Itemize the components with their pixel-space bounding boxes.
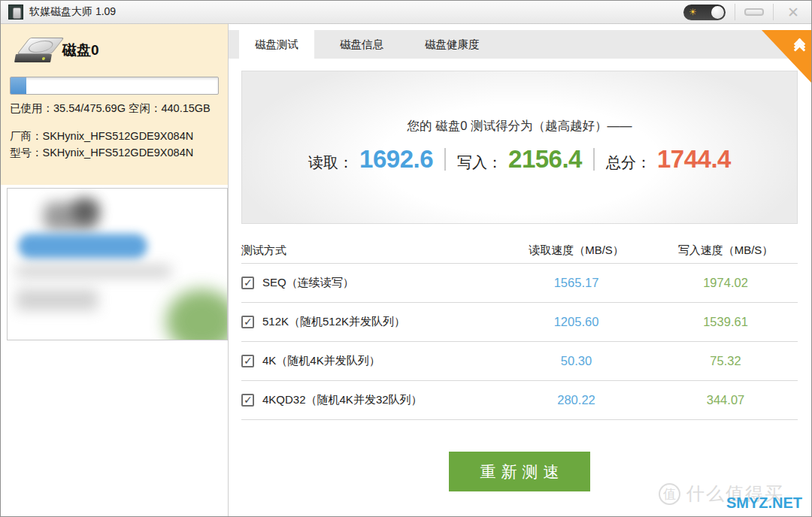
watermark-badge-icon: 值 [659,483,680,505]
read-speed: 50.30 [499,354,653,368]
score-line: 读取： 1692.6 写入： 2156.4 总分： 1744.4 [242,145,797,174]
blurred-blob [166,289,228,340]
test-label: 512K（随机512K并发队列） [262,315,405,329]
read-speed: 1205.60 [499,315,653,329]
write-speed: 1539.61 [653,315,798,329]
titlebar-divider [773,4,774,20]
blurred-blob [18,234,147,258]
table-row: 4K（随机4K并发队列） 50.30 75.32 [241,342,798,380]
close-button[interactable]: ✕ [783,5,804,20]
write-speed: 344.07 [653,393,798,407]
blurred-blob [72,198,99,223]
blurred-blob [17,289,98,310]
checkbox-seq[interactable] [241,277,254,289]
hard-drive-icon [13,35,52,66]
row-divider [241,419,798,420]
table-row: 4KQD32（随机4K并发32队列） 280.22 344.07 [241,381,798,419]
test-results-table: 测试方式 读取速度（MB/S） 写入速度（MB/S） SEQ（连续读写） 156… [241,237,798,420]
tab-strip: 磁盘测试 磁盘信息 磁盘健康度 [229,30,811,59]
read-score-label: 读取： [308,153,353,173]
retest-button[interactable]: 重新测速 [449,452,590,491]
test-label: SEQ（连续读写） [262,276,354,290]
watermark-site: SMYZ.NET [726,494,802,512]
column-header-read: 读取速度（MB/S） [499,243,653,258]
score-divider [593,148,595,171]
disk-vendor: 厂商：SKHynix_HFS512GDE9X084N [10,128,219,144]
disk-name: 磁盘0 [62,41,99,60]
write-speed: 1974.02 [653,276,798,290]
score-panel: 您的 磁盘0 测试得分为（越高越好）—— 读取： 1692.6 写入： 2156… [241,71,798,224]
main-area: 磁盘测试 磁盘信息 磁盘健康度 您的 磁盘0 测试得分为（越高越好）—— 读取：… [229,24,811,516]
column-header-write: 写入速度（MB/S） [653,243,798,258]
double-chevron-up-icon [795,40,804,49]
titlebar-divider [735,4,735,20]
tab-disk-health[interactable]: 磁盘健康度 [409,30,495,59]
table-header-row: 测试方式 读取速度（MB/S） 写入速度（MB/S） [241,237,798,263]
disk-progress-fill [11,77,26,94]
column-header-method: 测试方式 [241,243,499,258]
blurred-blob [17,265,171,277]
test-label: 4K（随机4K并发队列） [262,354,380,368]
sidebar: 磁盘0 已使用：35.54/475.69G 空闲：440.15GB 厂商：SKH… [1,24,229,516]
app-title: 软媒磁盘大师 1.09 [29,5,116,19]
disk-usage-text: 已使用：35.54/475.69G 空闲：440.15GB [10,101,219,116]
read-speed: 280.22 [499,393,653,407]
test-label: 4KQD32（随机4K并发32队列） [262,393,423,407]
disk-usage-bar [10,77,219,95]
total-score-label: 总分： [606,153,651,173]
sun-icon: ☀ [689,8,697,17]
write-score-label: 写入： [457,153,502,173]
tab-disk-info[interactable]: 磁盘信息 [324,30,399,59]
blurred-preview-panel [7,188,228,340]
tab-disk-test[interactable]: 磁盘测试 [239,30,314,59]
write-speed: 75.32 [653,354,798,368]
read-score-value: 1692.6 [359,145,433,174]
disk-card: 磁盘0 已使用：35.54/475.69G 空闲：440.15GB 厂商：SKH… [1,24,228,185]
checkbox-4kqd32[interactable] [241,394,254,407]
disk-model: 型号：SKHynix_HFS512GDE9X084N [10,144,219,161]
watermark: 值 什么值得买 SMYZ.NET [652,480,802,513]
app-window: 软媒磁盘大师 1.09 ☀ ✕ 磁盘0 [0,0,812,517]
total-score-value: 1744.4 [657,145,731,174]
minimize-button[interactable] [744,8,764,16]
read-speed: 1565.17 [499,276,653,290]
table-row: SEQ（连续读写） 1565.17 1974.02 [241,264,798,302]
checkbox-512k[interactable] [241,316,254,328]
toggle-knob [711,6,724,19]
titlebar: 软媒磁盘大师 1.09 ☀ ✕ [1,1,811,24]
score-headline: 您的 磁盘0 测试得分为（越高越好）—— [242,71,797,135]
write-score-value: 2156.4 [508,145,582,174]
score-divider [444,148,446,171]
table-row: 512K（随机512K并发队列） 1205.60 1539.61 [241,303,798,341]
app-icon [8,5,23,20]
checkbox-4k[interactable] [241,355,254,367]
theme-toggle[interactable]: ☀ [683,5,726,20]
